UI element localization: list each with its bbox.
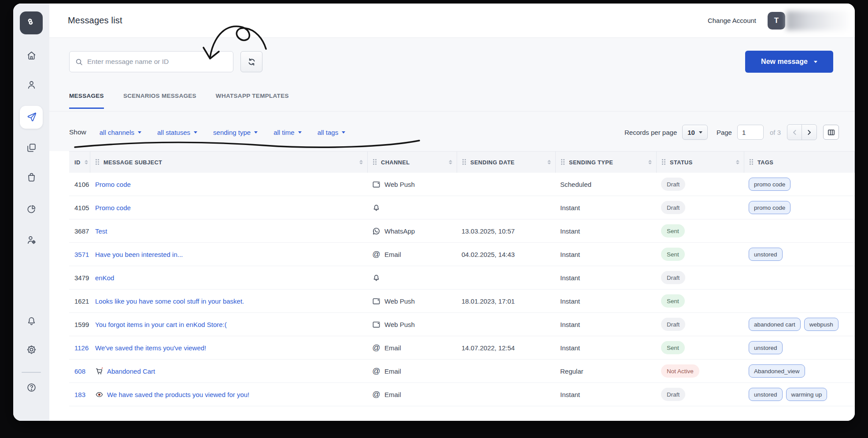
- message-subject-link[interactable]: Promo code: [90, 204, 368, 212]
- sidebar-item-templates[interactable]: [21, 138, 42, 159]
- column-header-message-subject[interactable]: MESSAGE SUBJECT: [90, 152, 368, 173]
- channel-text: Mobile Push: [376, 210, 377, 210]
- table-row: 4105Promo codeMobile PushInstantDraftpro…: [69, 196, 855, 219]
- refresh-button[interactable]: [240, 51, 262, 72]
- column-header-tags[interactable]: TAGS: [744, 152, 855, 173]
- search-icon: [75, 58, 83, 66]
- filter-dropdown-sending-type[interactable]: sending type: [213, 129, 258, 136]
- sort-icon[interactable]: [736, 160, 739, 165]
- sending-type: Regular: [556, 367, 657, 375]
- filter-label: all statuses: [157, 129, 190, 136]
- message-subject-link[interactable]: Promo code: [90, 181, 368, 188]
- table-row: 3571Have you been interested in...@Email…: [69, 243, 855, 266]
- message-subject-link[interactable]: We have saved the products you viewed fo…: [90, 390, 368, 399]
- search-input[interactable]: [87, 58, 228, 66]
- filter-dropdown-all-channels[interactable]: all channels: [100, 129, 141, 136]
- column-header-sending-date[interactable]: SENDING DATE: [457, 152, 556, 173]
- sidebar-item-settings[interactable]: [21, 340, 42, 360]
- message-subject-link[interactable]: Looks like you have some cool stuff in y…: [90, 297, 368, 305]
- column-header-status[interactable]: STATUS: [657, 152, 744, 173]
- previous-page-button[interactable]: [787, 125, 802, 140]
- tab-messages[interactable]: MESSAGES: [69, 93, 104, 109]
- tab-whatsapp-templates[interactable]: WHATSAPP TEMPLATES: [216, 93, 289, 109]
- email-icon: @: [372, 367, 380, 375]
- message-subject-link[interactable]: Test: [90, 227, 368, 235]
- new-message-button[interactable]: New message: [745, 51, 833, 73]
- mobilepush-icon: Mobile Push: [372, 204, 380, 212]
- message-id[interactable]: 608: [69, 367, 90, 375]
- sidebar-item-account-users[interactable]: [21, 230, 42, 251]
- sort-icon[interactable]: [85, 160, 88, 165]
- sort-icon[interactable]: [547, 160, 551, 165]
- drag-handle-icon[interactable]: [750, 159, 753, 165]
- message-id[interactable]: 1126: [69, 344, 90, 352]
- column-settings-button[interactable]: [823, 125, 839, 140]
- tag-chip: promo code: [749, 178, 790, 191]
- channel-text: Web Push: [384, 321, 415, 328]
- status-cell: Sent: [657, 224, 744, 238]
- sending-type: Instant: [556, 204, 657, 212]
- tags-cell: unstoredwarming up: [744, 388, 855, 401]
- page-title: Messages list: [68, 15, 122, 26]
- message-subject-link[interactable]: You forgot items in your cart in enKod S…: [90, 321, 368, 328]
- status-cell: Sent: [657, 341, 744, 354]
- table-row: 3687TestWhatsApp13.03.2025, 10:57Instant…: [69, 219, 855, 243]
- subject-text: Have you been interested in...: [95, 251, 183, 258]
- content: New message MESSAGESSCENARIOS MESSAGESWH…: [49, 38, 855, 421]
- sending-date: 04.02.2025, 14:43: [457, 251, 556, 258]
- filter-dropdown-all-time[interactable]: all time: [273, 129, 302, 136]
- drag-handle-icon[interactable]: [96, 159, 100, 165]
- filter-label: all channels: [100, 129, 134, 136]
- drag-handle-icon[interactable]: [373, 159, 377, 165]
- chevron-left-icon: [791, 129, 798, 136]
- sort-icon[interactable]: [359, 160, 363, 165]
- sort-icon[interactable]: [648, 160, 652, 165]
- column-header-sending-type[interactable]: SENDING TYPE: [556, 152, 657, 173]
- change-account-link[interactable]: Change Account: [708, 17, 756, 24]
- sending-type: Instant: [556, 344, 657, 352]
- sidebar-item-notifications[interactable]: [21, 312, 42, 332]
- filter-dropdown-all-tags[interactable]: all tags: [318, 129, 346, 136]
- tag-chip: unstored: [749, 341, 783, 354]
- tag-chip: webpush: [804, 318, 838, 331]
- sending-type: Instant: [556, 227, 657, 235]
- sidebar-item-home[interactable]: [21, 46, 42, 66]
- drag-handle-icon[interactable]: [662, 159, 666, 165]
- message-id: 1621: [69, 297, 90, 305]
- drag-handle-icon[interactable]: [561, 159, 565, 165]
- enkod-logo[interactable]: [20, 11, 43, 34]
- column-label: MESSAGE SUBJECT: [103, 159, 162, 166]
- column-header-id[interactable]: ID: [69, 152, 90, 173]
- avatar[interactable]: T: [768, 12, 785, 30]
- email-icon: @: [372, 344, 380, 352]
- channel-cell: Mobile Push: [368, 204, 457, 212]
- status-badge: Sent: [661, 248, 685, 261]
- page-number-input[interactable]: [737, 125, 764, 140]
- next-page-button[interactable]: [802, 125, 816, 140]
- message-id[interactable]: 3571: [69, 251, 90, 258]
- email-icon: @: [372, 390, 380, 398]
- message-id: 3687: [69, 227, 90, 235]
- message-subject-link[interactable]: Have you been interested in...: [90, 251, 368, 258]
- sidebar-item-messages[interactable]: [20, 106, 43, 129]
- sidebar-item-contacts[interactable]: [21, 75, 42, 96]
- message-subject-link[interactable]: Abandoned Cart: [90, 367, 368, 375]
- tab-scenarios-messages[interactable]: SCENARIOS MESSAGES: [123, 93, 196, 109]
- filter-dropdown-all-statuses[interactable]: all statuses: [157, 129, 197, 136]
- message-id: 3479: [69, 274, 90, 282]
- tags-cell: promo code: [744, 178, 855, 191]
- channel-text: WhatsApp: [384, 227, 415, 235]
- message-subject-link[interactable]: enKod: [90, 274, 368, 282]
- drag-handle-icon[interactable]: [462, 159, 466, 165]
- sending-type: Instant: [556, 274, 657, 282]
- channel-text: Email: [384, 344, 401, 352]
- sidebar-item-analytics[interactable]: [21, 200, 42, 220]
- sidebar-item-help[interactable]: [21, 378, 42, 398]
- records-per-page-select[interactable]: 10: [682, 125, 708, 140]
- app-window: Messages list Change Account T: [13, 4, 855, 421]
- sidebar-item-shop[interactable]: [21, 167, 42, 188]
- message-subject-link[interactable]: We've saved the items you've viewed!: [90, 344, 368, 352]
- column-header-channel[interactable]: CHANNEL: [368, 152, 457, 173]
- message-id[interactable]: 183: [69, 391, 90, 398]
- sort-icon[interactable]: [449, 160, 452, 165]
